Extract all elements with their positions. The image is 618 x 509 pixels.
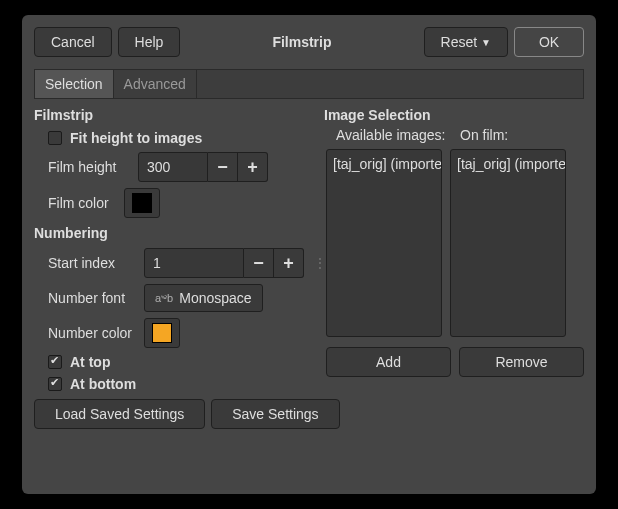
available-images-label: Available images: (336, 127, 446, 143)
filmstrip-section-title: Filmstrip (34, 103, 324, 127)
help-button[interactable]: Help (118, 27, 181, 57)
number-font-row: Number font a༄b Monospace (34, 281, 324, 315)
fit-height-label[interactable]: Fit height to images (70, 130, 202, 146)
numbering-section-title: Numbering (34, 221, 324, 245)
number-color-row: Number color (34, 315, 324, 351)
film-color-swatch[interactable] (124, 188, 160, 218)
start-index-increment[interactable]: + (274, 248, 304, 278)
reset-button[interactable]: Reset ▼ (424, 27, 508, 57)
on-film-list[interactable]: [taj_orig] (imported) (450, 149, 566, 337)
number-font-select[interactable]: a༄b Monospace (144, 284, 263, 312)
tab-selection[interactable]: Selection (35, 70, 114, 98)
fit-height-row: Fit height to images (34, 127, 324, 149)
start-index-spinner: − + (144, 248, 304, 278)
image-selection-title: Image Selection (324, 103, 584, 127)
on-film-label: On film: (460, 127, 508, 143)
start-index-input[interactable] (144, 248, 244, 278)
start-index-row: Start index − + ⋮⋮ (34, 245, 324, 281)
cancel-button[interactable]: Cancel (34, 27, 112, 57)
add-remove-row: Add Remove (324, 337, 584, 377)
left-column: Filmstrip Fit height to images Film heig… (34, 103, 324, 395)
at-top-row: At top (34, 351, 324, 373)
available-images-list[interactable]: [taj_orig] (imported) (326, 149, 442, 337)
list-headers: Available images: On film: (324, 127, 584, 149)
tab-advanced[interactable]: Advanced (114, 70, 197, 98)
list-item[interactable]: [taj_orig] (imported) (333, 154, 435, 174)
at-bottom-label[interactable]: At bottom (70, 376, 136, 392)
tab-bar: Selection Advanced (34, 69, 584, 99)
number-color-label: Number color (48, 325, 136, 341)
dialog-footer: Load Saved Settings Save Settings (22, 395, 596, 443)
chevron-down-icon: ▼ (481, 37, 491, 48)
list-item[interactable]: [taj_orig] (imported) (457, 154, 559, 174)
dialog-title: Filmstrip (186, 34, 417, 50)
listboxes: [taj_orig] (imported) [taj_orig] (import… (324, 149, 584, 337)
film-height-label: Film height (48, 159, 130, 175)
film-height-decrement[interactable]: − (208, 152, 238, 182)
film-color-row: Film color (34, 185, 324, 221)
start-index-label: Start index (48, 255, 136, 271)
number-font-value: Monospace (179, 290, 251, 306)
at-top-label[interactable]: At top (70, 354, 110, 370)
font-icon: a༄b (155, 292, 173, 304)
at-bottom-row: At bottom (34, 373, 324, 395)
add-button[interactable]: Add (326, 347, 451, 377)
load-saved-settings-button[interactable]: Load Saved Settings (34, 399, 205, 429)
film-color-label: Film color (48, 195, 116, 211)
fit-height-checkbox[interactable] (48, 131, 62, 145)
number-font-label: Number font (48, 290, 136, 306)
number-color-inner (152, 323, 172, 343)
start-index-decrement[interactable]: − (244, 248, 274, 278)
dialog-header: Cancel Help Filmstrip Reset ▼ OK (22, 15, 596, 69)
at-top-checkbox[interactable] (48, 355, 62, 369)
reset-label: Reset (441, 34, 478, 50)
film-color-inner (132, 193, 152, 213)
film-height-row: Film height − + (34, 149, 324, 185)
dialog-content: Filmstrip Fit height to images Film heig… (22, 99, 596, 395)
remove-button[interactable]: Remove (459, 347, 584, 377)
right-column: Image Selection Available images: On fil… (324, 103, 584, 395)
film-height-increment[interactable]: + (238, 152, 268, 182)
ok-button[interactable]: OK (514, 27, 584, 57)
save-settings-button[interactable]: Save Settings (211, 399, 339, 429)
filmstrip-dialog: Cancel Help Filmstrip Reset ▼ OK Selecti… (22, 15, 596, 494)
at-bottom-checkbox[interactable] (48, 377, 62, 391)
number-color-swatch[interactable] (144, 318, 180, 348)
film-height-spinner: − + (138, 152, 268, 182)
film-height-input[interactable] (138, 152, 208, 182)
